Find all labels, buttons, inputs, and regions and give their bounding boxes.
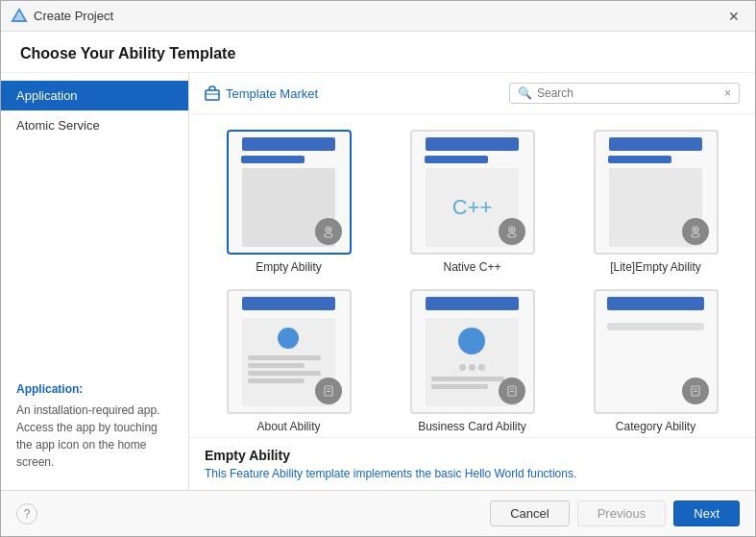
template-thumb-empty-ability <box>227 130 352 255</box>
main-area: Template Market 🔍 × <box>189 73 755 490</box>
title-bar-title: Create Project <box>34 9 113 23</box>
selected-template-info: Empty Ability This Feature Ability templ… <box>189 437 755 490</box>
template-name-lite-empty-ability: [Lite]Empty Ability <box>610 260 701 274</box>
search-clear-icon[interactable]: × <box>724 86 731 100</box>
badge-icon-category <box>689 384 702 398</box>
template-thumb-native-cpp: C++ <box>410 130 535 255</box>
search-box: 🔍 × <box>509 83 740 104</box>
svg-rect-2 <box>206 90 219 100</box>
sidebar-desc-text: An installation-required app. Access the… <box>16 402 173 471</box>
template-market-button[interactable]: Template Market <box>205 85 318 101</box>
badge-category-ability <box>682 378 709 404</box>
previous-button[interactable]: Previous <box>577 500 667 526</box>
template-name-business-card-ability: Business Card Ability <box>418 420 526 433</box>
dialog-footer: ? Cancel Previous Next <box>1 490 755 536</box>
template-card-lite-empty-ability[interactable]: [Lite]Empty Ability <box>572 130 740 274</box>
badge-icon-about <box>322 384 335 398</box>
svg-point-9 <box>508 233 516 237</box>
template-name-about-ability: About Ability <box>256 420 320 433</box>
badge-about-ability <box>315 378 342 404</box>
create-project-dialog: Create Project ✕ Choose Your Ability Tem… <box>0 0 756 537</box>
template-thumb-lite-empty-ability <box>594 130 719 255</box>
svg-point-8 <box>510 229 513 232</box>
template-card-native-cpp[interactable]: C++ Native C++ <box>388 130 556 274</box>
svg-point-12 <box>692 233 699 237</box>
title-bar: Create Project ✕ <box>1 1 755 32</box>
template-card-business-card-ability[interactable]: Business Card Ability <box>388 289 556 433</box>
badge-empty-ability <box>315 218 342 245</box>
sidebar-item-application[interactable]: Application <box>1 81 188 110</box>
template-market-icon <box>205 85 220 101</box>
badge-icon-lite <box>689 225 702 238</box>
svg-point-6 <box>325 233 332 237</box>
title-bar-left: Create Project <box>11 8 113 25</box>
footer-buttons: Cancel Previous Next <box>490 500 740 526</box>
sidebar-description: Application: An installation-required ap… <box>1 369 188 482</box>
sidebar-item-atomic-service[interactable]: Atomic Service <box>1 110 188 140</box>
template-thumb-category-ability <box>594 289 719 414</box>
help-button[interactable]: ? <box>16 503 37 525</box>
template-card-category-ability[interactable]: Category Ability <box>572 289 740 433</box>
badge-icon-cpp <box>505 225 519 238</box>
svg-point-5 <box>327 229 329 232</box>
badge-icon-bizcard <box>505 384 519 398</box>
search-icon: 🔍 <box>518 86 532 100</box>
template-name-native-cpp: Native C++ <box>443 260 500 274</box>
templates-grid: Empty Ability C++ <box>189 114 755 437</box>
selected-template-description: This Feature Ability template implements… <box>205 467 740 480</box>
sidebar: Application Atomic Service Application: … <box>1 73 189 490</box>
cancel-button[interactable]: Cancel <box>490 500 569 526</box>
badge-icon <box>322 225 335 238</box>
svg-point-11 <box>694 229 696 232</box>
main-toolbar: Template Market 🔍 × <box>189 73 755 114</box>
next-button[interactable]: Next <box>673 500 740 526</box>
badge-lite-empty-ability <box>682 218 709 245</box>
badge-business-card-ability <box>499 378 525 404</box>
dialog-body: Application Atomic Service Application: … <box>1 73 755 490</box>
search-input[interactable] <box>537 86 719 100</box>
template-card-empty-ability[interactable]: Empty Ability <box>205 130 373 274</box>
close-button[interactable]: ✕ <box>722 7 745 26</box>
badge-native-cpp <box>499 218 525 245</box>
template-name-empty-ability: Empty Ability <box>256 260 322 274</box>
selected-template-name: Empty Ability <box>205 448 740 463</box>
template-thumb-business-card-ability <box>410 289 535 414</box>
dialog-heading: Choose Your Ability Template <box>1 32 755 73</box>
template-card-about-ability[interactable]: About Ability <box>205 289 373 433</box>
template-thumb-about-ability <box>227 289 352 414</box>
template-name-category-ability: Category Ability <box>616 420 695 433</box>
sidebar-desc-title: Application: <box>16 380 173 398</box>
app-logo-icon <box>11 8 28 25</box>
